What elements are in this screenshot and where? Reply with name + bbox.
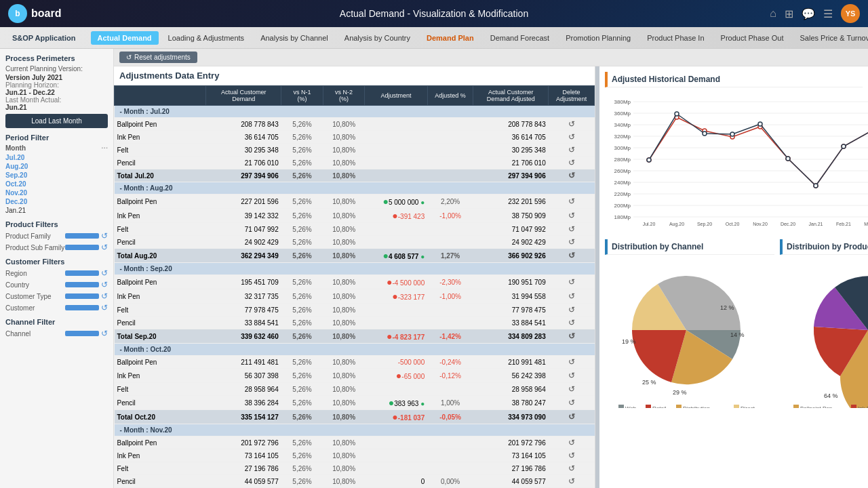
delete-cell[interactable]: ↺ <box>549 275 595 289</box>
delete-cell[interactable]: ↺ <box>549 289 595 304</box>
month-item-jul[interactable]: Jul.20 <box>5 153 108 162</box>
delete-cell[interactable]: ↺ <box>549 236 595 249</box>
nav-country[interactable]: Analysis by Country <box>338 31 417 45</box>
delete-cell[interactable]: ↺ <box>549 317 595 329</box>
total-delete-cell[interactable]: ↺ <box>549 410 595 424</box>
delete-icon[interactable]: ↺ <box>568 145 575 155</box>
delete-cell[interactable]: ↺ <box>549 304 595 317</box>
nav-actual-demand[interactable]: Actual Demand <box>91 31 159 45</box>
adjustment-cell[interactable]: ●5 000 000 ● <box>365 195 427 209</box>
region-reset[interactable]: ↺ <box>101 268 108 278</box>
delete-icon[interactable]: ↺ <box>568 357 575 367</box>
adjustment-cell[interactable] <box>365 304 427 317</box>
adjustment-cell[interactable]: 0 <box>365 475 427 488</box>
region-bar[interactable] <box>65 270 99 276</box>
product-sub-family-bar[interactable] <box>65 245 99 250</box>
adjustment-cell[interactable]: ●-4 500 000 <box>365 275 427 289</box>
delete-icon[interactable]: ↺ <box>568 451 575 460</box>
delete-cell[interactable]: ↺ <box>549 209 595 223</box>
country-bar[interactable] <box>65 282 99 287</box>
delete-icon[interactable]: ↺ <box>568 318 575 327</box>
load-last-month-button[interactable]: Load Last Month <box>5 114 108 128</box>
customer-type-reset[interactable]: ↺ <box>101 291 108 301</box>
delete-icon[interactable]: ↺ <box>568 438 575 447</box>
delete-cell[interactable]: ↺ <box>549 157 595 169</box>
nav-promotion[interactable]: Promotion Planning <box>559 31 637 45</box>
month-item-oct[interactable]: Oct.20 <box>5 180 108 188</box>
total-delete-icon[interactable]: ↺ <box>568 331 575 341</box>
delete-icon[interactable]: ↺ <box>568 476 575 486</box>
delete-icon[interactable]: ↺ <box>568 197 575 206</box>
delete-icon[interactable]: ↺ <box>568 119 575 129</box>
delete-icon[interactable]: ↺ <box>568 371 575 380</box>
delete-icon[interactable]: ↺ <box>568 398 575 407</box>
adjustment-cell[interactable] <box>365 157 427 169</box>
delete-icon[interactable]: ↺ <box>568 291 575 301</box>
total-delete-icon[interactable]: ↺ <box>568 412 575 422</box>
nav-demand-plan[interactable]: Demand Plan <box>420 31 481 45</box>
channel-bar[interactable] <box>65 331 99 336</box>
nav-loading[interactable]: Loading & Adjustments <box>161 31 252 45</box>
total-delete-cell[interactable]: ↺ <box>549 329 595 344</box>
delete-cell[interactable]: ↺ <box>549 462 595 475</box>
delete-icon[interactable]: ↺ <box>568 305 575 314</box>
delete-cell[interactable]: ↺ <box>549 195 595 209</box>
nav-forecast[interactable]: Demand Forecast <box>484 31 556 45</box>
delete-icon[interactable]: ↺ <box>568 211 575 220</box>
nav-phase-in[interactable]: Product Phase In <box>640 31 711 45</box>
adjustment-cell[interactable]: ●-391 423 <box>365 209 427 223</box>
delete-cell[interactable]: ↺ <box>549 475 595 488</box>
product-family-reset[interactable]: ↺ <box>101 231 108 241</box>
customer-reset[interactable]: ↺ <box>101 303 108 312</box>
nav-channel[interactable]: Analysis by Channel <box>254 31 335 45</box>
total-delete-cell[interactable]: ↺ <box>549 169 595 182</box>
adjustment-cell[interactable]: ●-323 177 <box>365 289 427 304</box>
month-item-dec[interactable]: Dec.20 <box>5 197 108 206</box>
user-avatar[interactable]: YS <box>841 4 860 23</box>
channel-reset[interactable]: ↺ <box>101 329 108 338</box>
adjustment-cell[interactable] <box>365 436 427 449</box>
home-icon[interactable]: ⌂ <box>770 7 776 20</box>
month-item-sep[interactable]: Sep.20 <box>5 171 108 180</box>
month-item-aug[interactable]: Aug.20 <box>5 162 108 171</box>
adjustment-cell[interactable] <box>365 317 427 329</box>
adjustment-cell[interactable]: -500 000 <box>365 356 427 369</box>
delete-cell[interactable]: ↺ <box>549 131 595 144</box>
delete-icon[interactable]: ↺ <box>568 464 575 473</box>
delete-cell[interactable]: ↺ <box>549 356 595 369</box>
total-delete-icon[interactable]: ↺ <box>568 171 575 180</box>
adjustment-cell[interactable] <box>365 118 427 131</box>
month-item-jan[interactable]: Jan.21 <box>5 206 108 215</box>
menu-icon[interactable]: ☰ <box>823 7 833 20</box>
chat-icon[interactable]: 💬 <box>802 7 815 20</box>
adjustment-cell[interactable] <box>365 144 427 157</box>
adjustment-cell[interactable] <box>365 462 427 475</box>
delete-cell[interactable]: ↺ <box>549 383 595 396</box>
delete-cell[interactable]: ↺ <box>549 144 595 157</box>
delete-icon[interactable]: ↺ <box>568 237 575 247</box>
delete-cell[interactable]: ↺ <box>549 223 595 236</box>
customer-type-bar[interactable] <box>65 293 99 299</box>
delete-cell[interactable]: ↺ <box>549 118 595 131</box>
adjustment-cell[interactable]: ●383 963 ● <box>365 396 427 410</box>
adjustment-cell[interactable]: ●-65 000 <box>365 369 427 383</box>
delete-cell[interactable]: ↺ <box>549 436 595 449</box>
adjustment-cell[interactable] <box>365 449 427 462</box>
adjustment-cell[interactable] <box>365 223 427 236</box>
month-item-nov[interactable]: Nov.20 <box>5 188 108 197</box>
total-delete-icon[interactable]: ↺ <box>568 251 575 260</box>
adjustment-cell[interactable] <box>365 383 427 396</box>
delete-icon[interactable]: ↺ <box>568 224 575 234</box>
adjustment-cell[interactable] <box>365 131 427 144</box>
delete-cell[interactable]: ↺ <box>549 449 595 462</box>
delete-icon[interactable]: ↺ <box>568 384 575 394</box>
reset-adjustments-button[interactable]: ↺ Reset adjustments <box>119 52 197 63</box>
delete-cell[interactable]: ↺ <box>549 396 595 410</box>
country-reset[interactable]: ↺ <box>101 280 108 289</box>
adjustment-cell[interactable] <box>365 236 427 249</box>
nav-phase-out[interactable]: Product Phase Out <box>714 31 791 45</box>
delete-icon[interactable]: ↺ <box>568 132 575 142</box>
delete-icon[interactable]: ↺ <box>568 158 575 167</box>
total-delete-cell[interactable]: ↺ <box>549 249 595 263</box>
product-sub-family-reset[interactable]: ↺ <box>101 243 108 252</box>
